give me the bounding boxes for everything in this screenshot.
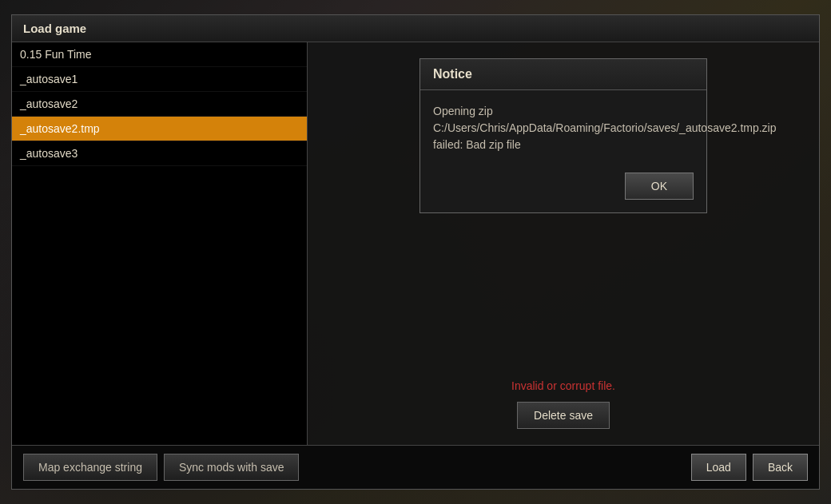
sync-mods-button[interactable]: Sync mods with save: [164, 454, 300, 481]
ok-button[interactable]: OK: [625, 173, 694, 200]
error-text: Invalid or corrupt file.: [511, 379, 615, 392]
delete-save-button[interactable]: Delete save: [517, 402, 610, 429]
notice-footer: OK: [420, 166, 706, 212]
save-list: 0.15 Fun Time_autosave1_autosave2_autosa…: [12, 42, 308, 445]
map-exchange-button[interactable]: Map exchange string: [23, 454, 157, 481]
notice-body: Opening zip C:/Users/Chris/AppData/Roami…: [420, 90, 706, 166]
right-panel: Notice Opening zip C:/Users/Chris/AppDat…: [308, 42, 819, 445]
right-panel-bottom: Invalid or corrupt file. Delete save: [308, 379, 819, 429]
back-button[interactable]: Back: [753, 454, 808, 481]
save-item-autosave3[interactable]: _autosave3: [12, 141, 307, 166]
window-title: Load game: [12, 15, 819, 42]
save-item-autosave1[interactable]: _autosave1: [12, 67, 307, 92]
save-item-autosave2tmp[interactable]: _autosave2.tmp: [12, 117, 307, 141]
window-body: 0.15 Fun Time_autosave1_autosave2_autosa…: [12, 42, 819, 445]
save-item-fun-time[interactable]: 0.15 Fun Time: [12, 42, 307, 67]
load-game-window: Load game 0.15 Fun Time_autosave1_autosa…: [11, 14, 820, 490]
notice-dialog: Notice Opening zip C:/Users/Chris/AppDat…: [419, 58, 707, 213]
notice-header: Notice: [420, 59, 706, 90]
load-button[interactable]: Load: [691, 454, 746, 481]
notice-title: Notice: [433, 67, 472, 81]
save-item-autosave2[interactable]: _autosave2: [12, 92, 307, 117]
bottom-bar: Map exchange string Sync mods with save …: [12, 445, 819, 489]
